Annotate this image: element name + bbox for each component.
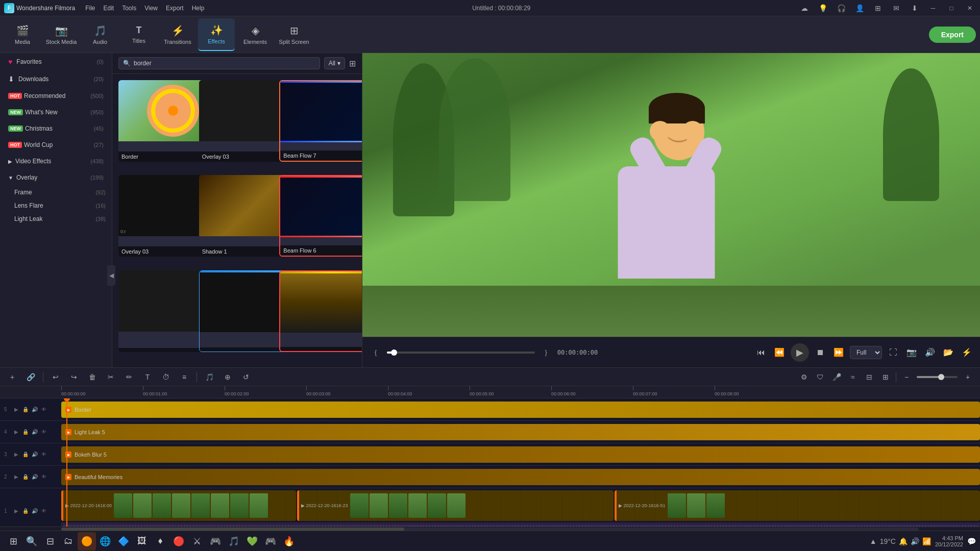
audio-levels-icon[interactable]: ≈	[847, 371, 859, 383]
grid-toggle-button[interactable]: ⊞	[349, 59, 356, 68]
zoom-slider[interactable]	[917, 376, 958, 378]
toolbar-media[interactable]: 🎬 Media	[4, 18, 41, 51]
cloud-icon[interactable]: ☁	[798, 2, 811, 14]
layout-icon[interactable]: ⊞	[872, 2, 884, 14]
taskbar-app-11[interactable]: 💚	[243, 532, 261, 550]
video-clip-1[interactable]: ▶ 2022-12-20-1616:00	[61, 490, 296, 521]
undo2-tool[interactable]: ↺	[240, 371, 252, 383]
menu-edit[interactable]: Edit	[104, 5, 114, 12]
merge-icon[interactable]: ⊞	[879, 371, 892, 383]
taskbar-app-5[interactable]: 🖼	[133, 532, 151, 550]
effect-card-beamflow7[interactable]: ⬇ Beam Flow 7	[279, 80, 362, 162]
track-1-toggle[interactable]: ▶	[12, 507, 20, 515]
step-back-button[interactable]: ⏪	[772, 345, 787, 360]
speed-icon[interactable]: ⚡	[960, 345, 974, 360]
track-2-audio[interactable]: 🔊	[31, 473, 39, 481]
track-3-toggle[interactable]: ▶	[12, 450, 20, 459]
taskbar-search[interactable]: 🔍	[22, 532, 41, 550]
skip-back-button[interactable]: ⏮	[754, 345, 768, 360]
menu-export[interactable]: Export	[166, 5, 184, 12]
track-3-audio[interactable]: 🔊	[31, 450, 39, 459]
preview-timeline[interactable]	[387, 352, 535, 354]
save-frame-icon[interactable]: 📂	[941, 345, 955, 360]
search-input-wrapper[interactable]: 🔍	[118, 57, 320, 69]
mark-in-button[interactable]: {	[369, 345, 383, 360]
settings-icon[interactable]: ⚙	[798, 371, 810, 383]
download-icon[interactable]: ⬇	[909, 2, 921, 14]
taskbar-app-6[interactable]: ♦	[151, 532, 169, 550]
snapshot-icon[interactable]: 📷	[904, 345, 919, 360]
track-4-eye[interactable]: 👁	[40, 428, 48, 436]
notification-icon[interactable]: 💬	[967, 537, 976, 545]
menu-tools[interactable]: Tools	[122, 5, 136, 12]
taskbar-app-1[interactable]: 🗂	[59, 532, 78, 550]
track-5-eye[interactable]: 👁	[40, 406, 48, 414]
tray-volume-icon[interactable]: 🔊	[911, 537, 919, 545]
effect-card-beamflow6[interactable]: ⬇ Beam Flow 6	[279, 175, 362, 257]
sidebar-item-frame[interactable]: Frame (92)	[0, 186, 112, 199]
start-button[interactable]: ⊞	[4, 532, 22, 550]
timeline-scrollbar[interactable]	[0, 527, 980, 531]
menu-help[interactable]: Help	[192, 5, 205, 12]
track-4-lock[interactable]: 🔒	[21, 428, 30, 436]
toolbar-audio[interactable]: 🎵 Audio	[82, 18, 118, 51]
audio-icon-preview[interactable]: 🔊	[923, 345, 937, 360]
zoom-in-button[interactable]: +	[962, 371, 974, 383]
stabilize-tool[interactable]: ⊕	[222, 371, 234, 383]
delete-button[interactable]: 🗑	[86, 371, 99, 383]
sidebar-item-whatsnew[interactable]: NEW What's New (950)	[2, 105, 110, 120]
avatar-icon[interactable]: 👤	[853, 2, 866, 14]
taskbar-app-3[interactable]: 🌐	[96, 532, 114, 550]
undo-button[interactable]: ↩	[50, 371, 62, 383]
tray-bell-icon[interactable]: 🔔	[899, 537, 908, 545]
track-5-lock[interactable]: 🔒	[21, 406, 30, 414]
tray-wifi-icon[interactable]: 📶	[922, 537, 931, 545]
search-filter-dropdown[interactable]: All ▾	[324, 57, 345, 69]
pen-tool[interactable]: ✏	[123, 371, 135, 383]
redo-button[interactable]: ↪	[68, 371, 80, 383]
taskbar-app-2[interactable]: 🟠	[78, 532, 96, 550]
export-button[interactable]: Export	[929, 27, 976, 43]
taskbar-app-10[interactable]: 🎵	[225, 532, 243, 550]
split-icon[interactable]: ⊟	[863, 371, 875, 383]
text-tool[interactable]: T	[141, 371, 154, 383]
add-media-button[interactable]: +	[6, 371, 18, 383]
track-1-lock[interactable]: 🔒	[21, 507, 30, 515]
track-clip-lightleak[interactable]: ▶ Light Leak 5	[61, 424, 980, 440]
zoom-out-button[interactable]: −	[900, 371, 913, 383]
video-clip-2[interactable]: ▶ 2022-12-20-1616-23	[297, 490, 614, 521]
track-clip-memories[interactable]: ▶ Beautiful Memories	[61, 469, 980, 485]
link-clip-button[interactable]: 🔗	[24, 371, 37, 383]
taskbar-app-7[interactable]: 🔴	[169, 532, 188, 550]
filter-tool[interactable]: ≡	[178, 371, 190, 383]
skip-forward-button[interactable]: ⏩	[831, 345, 846, 360]
minimize-button[interactable]: ─	[927, 2, 939, 14]
play-button[interactable]: ▶	[791, 343, 809, 362]
zoom-select[interactable]: Full 75% 50% 25%	[850, 346, 882, 359]
sidebar-item-overlay[interactable]: ▼ Overlay (199)	[2, 170, 110, 185]
track-2-toggle[interactable]: ▶	[12, 473, 20, 481]
audio-tool[interactable]: 🎵	[203, 371, 215, 383]
track-clip-bokeh[interactable]: ▶ Bokeh Blur 5	[61, 446, 980, 463]
effect-card-row3-3[interactable]: ⬇	[279, 270, 362, 352]
close-button[interactable]: ✕	[964, 2, 976, 14]
maximize-button[interactable]: □	[945, 2, 958, 14]
toolbar-stock-media[interactable]: 📷 Stock Media	[43, 18, 80, 51]
shield-icon[interactable]: 🛡	[814, 371, 826, 383]
taskbar-app-9[interactable]: 🎮	[206, 532, 225, 550]
bulb-icon[interactable]: 💡	[817, 2, 829, 14]
mail-icon[interactable]: ✉	[890, 2, 902, 14]
toolbar-effects[interactable]: ✨ Effects	[198, 18, 235, 51]
track-1-audio[interactable]: 🔊	[31, 507, 39, 515]
track-clip-border[interactable]: ▶ Border	[61, 402, 980, 418]
sidebar-item-recommended[interactable]: HOT Recommended (500)	[2, 88, 110, 104]
taskbar-app-13[interactable]: 🔥	[280, 532, 298, 550]
track-5-toggle[interactable]: ▶	[12, 406, 20, 414]
menu-file[interactable]: File	[85, 5, 95, 12]
clock-tool[interactable]: ⏱	[160, 371, 172, 383]
taskbar-app-4[interactable]: 🔷	[114, 532, 133, 550]
taskbar-app-12[interactable]: 🎮	[261, 532, 280, 550]
taskbar-app-8[interactable]: ⚔	[188, 532, 206, 550]
track-2-lock[interactable]: 🔒	[21, 473, 30, 481]
track-1-eye[interactable]: 👁	[40, 507, 48, 515]
